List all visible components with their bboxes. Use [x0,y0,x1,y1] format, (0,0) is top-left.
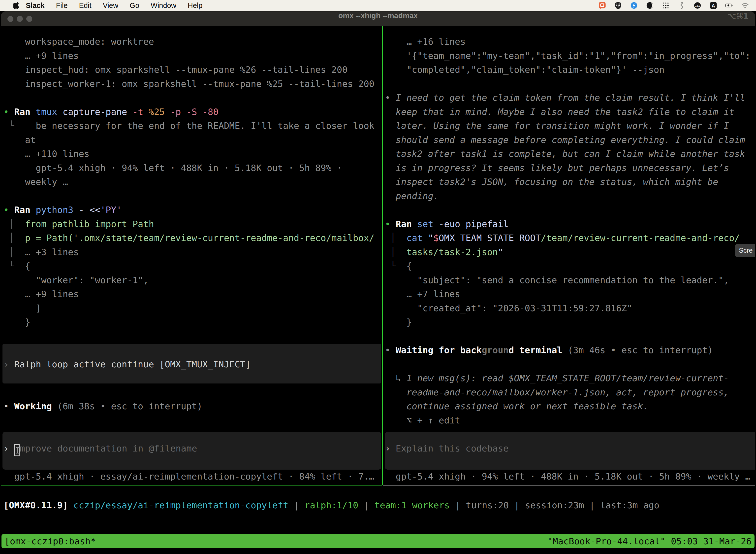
svg-text:A: A [712,3,715,8]
terminal-line: gpt-5.4 xhigh · essay/ai-reimplementatio… [3,469,381,484]
keypad-shield-icon[interactable] [614,1,622,9]
terminal-line: readme-and-reco/mailbox/worker-1.json, a… [385,385,755,400]
battery-icon[interactable] [725,1,733,9]
terminal-line: keep that in mind. Maybe I also need the… [385,105,755,119]
terminal-line: } [385,315,755,329]
pie-icon[interactable] [646,1,654,9]
apple-icon[interactable] [13,2,20,9]
input-source-icon[interactable]: A [709,1,717,9]
menu-bar: SlackFileEditViewGoWindowHelp ..61A [0,0,756,11]
tmux-status-bar: [omx-cczip0:bash* "MacBook-Pro-44.local"… [1,534,755,548]
count-badge-icon[interactable]: ..61 [693,1,701,9]
terminal-line: • I need to get the claim token from the… [385,91,755,105]
terminal-line: │ p = Path('.omx/state/team/review-curre… [3,231,381,245]
status-icon-tray: ..61A [598,1,756,9]
menu-item-edit[interactable]: Edit [79,1,91,9]
dots-grid-icon[interactable] [662,1,670,9]
terminal-line: ↳ 1 new msg(s): read $OMX_TEAM_STATE_ROO… [385,371,755,385]
left-terminal-pane: workspace_mode: worktree … +9 lines insp… [3,35,381,484]
terminal-line: │ from pathlib import Path [3,217,381,231]
menu-item-file[interactable]: File [56,1,68,9]
menu-item-view[interactable]: View [103,1,118,9]
terminal-line [3,91,381,105]
terminal-line: │ tasks/task-2.json" [385,245,755,259]
terminal-line [3,343,381,357]
terminal-line: … +7 lines [385,287,755,301]
terminal-line: ] [3,301,381,316]
terminal-line: is in progress? It seems likely but perh… [385,161,755,175]
terminal-line: workspace_mode: worktree [3,35,381,49]
terminal-line: › Explain this codebase [385,442,755,456]
terminal-line [3,329,381,343]
terminal-line: should send a message before completing … [385,133,755,147]
terminal-line: └ be necessary for the end of the README… [3,119,381,133]
terminal-line: └ { [3,259,381,273]
terminal-line: │ cat "$OMX_TEAM_STATE_ROOT/team/review-… [385,231,755,245]
terminal-line: inspect_worker-1: omx sparkshell --tmux-… [3,77,381,91]
right-terminal-pane: … +16 lines '{"team_name":"my-team","tas… [385,35,755,484]
terminal-line: gpt-5.4 xhigh · 94% left · 488K in · 5.1… [385,469,755,484]
window-title-bar[interactable]: omx --xhigh --madmax ⌥⌘1 [1,11,755,26]
terminal-line: later. Using the same for transition mig… [385,119,755,133]
terminal-line [3,413,381,428]
menu-item-slack[interactable]: Slack [26,1,45,9]
tmux-host-time-label: "MacBook-Pro-44.local" 05:03 31-Mar-26 [547,534,752,548]
tmux-session-label: [omx-cczip0:bash* [4,534,96,548]
terminal-line [385,77,755,91]
terminal-line: "worker": "worker-1", [3,273,381,287]
terminal-line: › Improve documentation in @filename [3,442,381,456]
terminal-line: at [3,133,381,147]
terminal-line [385,329,755,343]
terminal-line: continue assigned work or next feasible … [385,399,755,413]
terminal-line [3,189,381,203]
terminal-line: task2 after task1 is complete, but can I… [385,147,755,161]
terminal-line [3,371,381,385]
terminal-line [3,428,381,442]
window-shortcut-badge: ⌥⌘1 [727,11,749,20]
menu-item-help[interactable]: Help [188,1,203,9]
terminal-line: • Ran tmux capture-pane -t %25 -p -S -80 [3,105,381,119]
terminal-line: … +16 lines [385,35,755,49]
wifi-icon[interactable] [741,1,749,9]
terminal-line [385,455,755,469]
terminal-line: '{"team_name":"my-team","task_id":"1","f… [385,49,755,63]
omx-status-line: [OMX#0.11.9] cczip/essay/ai-reimplementa… [3,498,659,512]
terminal-line [385,357,755,372]
terminal-line: inspect task2's JSON, focusing on the st… [385,175,755,189]
terminal-line: pending. [385,189,755,203]
omx-hud-text: [OMX#0.11.9] cczip/essay/ai-reimplementa… [3,498,659,512]
terminal-line: "subject": "send a concise recommendatio… [385,273,755,287]
pane-border-bottom-right [383,485,755,486]
terminal-line: "created_at": "2026-03-31T11:59:27.816Z" [385,301,755,316]
terminal-line [3,385,381,400]
terminal-line: gpt-5.4 xhigh · 94% left · 488K in · 5.1… [3,161,381,175]
terminal-line: … +110 lines [3,147,381,161]
pane-divider[interactable] [382,26,383,485]
zap-icon[interactable] [630,1,638,9]
terminal-line: weekly … [3,175,381,189]
terminal-line: … +9 lines [3,49,381,63]
terminal-line: "completed","claim_token":"claim-token"}… [385,63,755,77]
terminal-line: } [3,315,381,329]
terminal-line: ⌥ + ↑ edit [385,413,755,428]
chat-icon[interactable] [598,1,606,9]
window-title: omx --xhigh --madmax [1,11,755,20]
menu-item-go[interactable]: Go [130,1,139,9]
screen-share-button[interactable]: Scre [735,244,755,257]
terminal-line: • Waiting for background terminal (3m 46… [385,343,755,357]
terminal-line: › Ralph loop active continue [OMX_TMUX_I… [3,357,381,372]
terminal-line: • Ran python3 - <<'PY' [3,203,381,217]
terminal-line: • Working (6m 38s • esc to interrupt) [3,399,381,413]
pane-border-bottom-left [1,485,382,486]
terminal-line: • Ran set -euo pipefail [385,217,755,231]
terminal-window: omx --xhigh --madmax ⌥⌘1 workspace_mode:… [1,11,755,554]
terminal-line: inspect_hud: omx sparkshell --tmux-pane … [3,63,381,77]
svg-text:..61: ..61 [695,4,700,7]
terminal-line: └ { [385,259,755,273]
terminal-line: … +9 lines [3,287,381,301]
terminal-line [385,428,755,442]
menu-item-window[interactable]: Window [151,1,176,9]
terminal-line: │ … +3 lines [3,245,381,259]
terminal-line [3,455,381,469]
figure-icon[interactable] [678,1,686,9]
